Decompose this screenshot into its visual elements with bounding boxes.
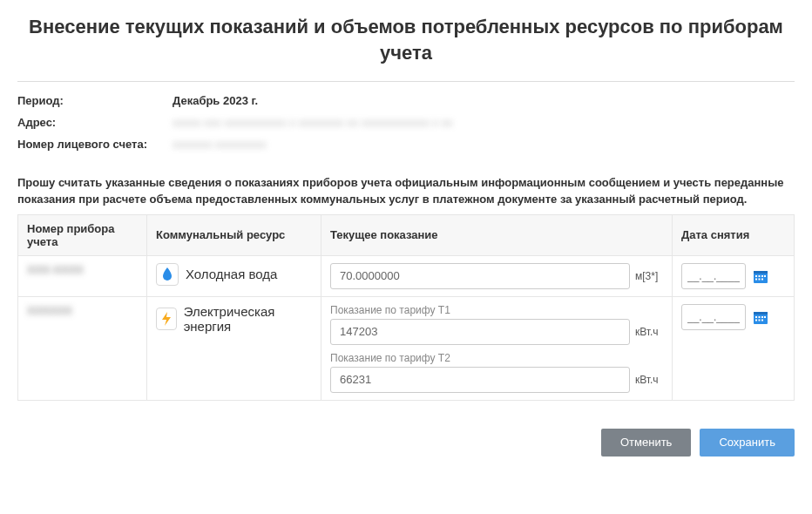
- svg-rect-5: [764, 275, 766, 277]
- reading-input[interactable]: [330, 319, 630, 345]
- svg-rect-6: [755, 278, 757, 280]
- address-value: xxxxx xxx xxxxxxxxxxx x xxxxxxxx xx xxxx…: [173, 116, 452, 129]
- cancel-button[interactable]: Отменить: [601, 429, 691, 457]
- th-reading: Текущее показание: [321, 214, 673, 255]
- lightning-icon: [156, 308, 177, 330]
- svg-rect-17: [761, 319, 763, 321]
- period-value: Декабрь 2023 г.: [173, 94, 258, 107]
- table-row: XXX-XXXX Холодная вода м[3*]: [18, 255, 795, 296]
- date-input[interactable]: [681, 263, 746, 289]
- svg-rect-14: [764, 316, 766, 318]
- calendar-icon[interactable]: [751, 308, 770, 327]
- notice-text: Прошу считать указанные сведения о показ…: [17, 175, 795, 206]
- period-label: Период:: [17, 94, 173, 107]
- svg-rect-8: [761, 278, 763, 280]
- th-date: Дата снятия: [673, 214, 795, 255]
- svg-rect-1: [754, 271, 768, 274]
- unit-label: кВт.ч: [635, 326, 663, 338]
- svg-rect-15: [755, 319, 757, 321]
- readings-table: Номер прибора учета Коммунальный ресурс …: [17, 214, 795, 401]
- resource-name: Холодная вода: [186, 267, 277, 281]
- unit-label: м[3*]: [635, 270, 663, 282]
- svg-rect-13: [761, 316, 763, 318]
- date-input[interactable]: [681, 304, 746, 330]
- svg-rect-16: [759, 319, 761, 321]
- page-title: Внесение текущих показаний и объемов пот…: [17, 14, 795, 65]
- svg-rect-12: [759, 316, 761, 318]
- meter-number: XXXXXX: [27, 304, 72, 317]
- reading-input[interactable]: [330, 367, 630, 393]
- svg-rect-2: [755, 275, 757, 277]
- svg-rect-11: [755, 316, 757, 318]
- reading-label: Показание по тарифу T2: [330, 352, 663, 364]
- table-row: XXXXXX Электрическая энергия Показание п…: [18, 296, 795, 400]
- account-value: xxxxxxx xxxxxxxxx: [173, 138, 267, 151]
- th-resource: Коммунальный ресурс: [147, 214, 321, 255]
- calendar-icon[interactable]: [751, 267, 770, 286]
- address-label: Адрес:: [17, 116, 173, 129]
- reading-input[interactable]: [330, 263, 630, 289]
- svg-rect-4: [761, 275, 763, 277]
- unit-label: кВт.ч: [635, 374, 663, 386]
- th-meter: Номер прибора учета: [18, 214, 147, 255]
- svg-rect-7: [759, 278, 761, 280]
- svg-rect-3: [759, 275, 761, 277]
- account-label: Номер лицевого счета:: [17, 138, 173, 151]
- meter-number: XXX-XXXX: [27, 263, 84, 276]
- svg-rect-10: [754, 312, 768, 314]
- resource-name: Электрическая энергия: [184, 304, 312, 334]
- divider: [17, 81, 795, 82]
- save-button[interactable]: Сохранить: [700, 429, 795, 457]
- reading-label: Показание по тарифу T1: [330, 304, 663, 316]
- water-drop-icon: [156, 263, 179, 286]
